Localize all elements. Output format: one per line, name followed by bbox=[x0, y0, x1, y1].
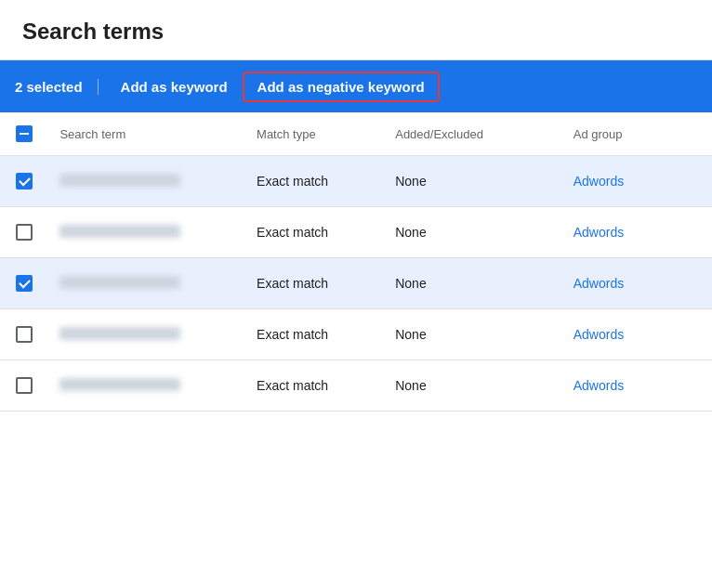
row-checkbox-cell-0 bbox=[0, 156, 48, 207]
ad-group-anchor-3[interactable]: Adwords bbox=[574, 327, 624, 342]
search-term-value-0 bbox=[48, 156, 245, 207]
selected-count: 2 selected bbox=[15, 79, 99, 95]
row-checkbox-3[interactable] bbox=[16, 326, 33, 343]
table-container: Search term Match type Added/Excluded Ad… bbox=[0, 112, 712, 412]
match-type-value-2: Exact match bbox=[245, 258, 384, 309]
header-select-all-checkbox[interactable] bbox=[16, 125, 33, 142]
add-negative-keyword-button[interactable]: Add as negative keyword bbox=[243, 72, 440, 102]
added-excluded-value-3: None bbox=[384, 309, 562, 360]
column-header-match-type: Match type bbox=[245, 112, 384, 156]
match-type-value-0: Exact match bbox=[245, 156, 384, 207]
added-excluded-value-1: None bbox=[384, 207, 562, 258]
table-row: Exact matchNoneAdwords bbox=[0, 309, 712, 360]
ad-group-anchor-1[interactable]: Adwords bbox=[574, 225, 624, 240]
row-checkbox-cell-2 bbox=[0, 258, 48, 309]
column-header-ad-group: Ad group bbox=[562, 112, 712, 156]
search-term-value-2 bbox=[48, 258, 245, 309]
search-term-value-1 bbox=[48, 207, 245, 258]
match-type-value-4: Exact match bbox=[245, 360, 384, 412]
ad-group-link-4[interactable]: Adwords bbox=[562, 360, 712, 412]
header-checkbox-cell bbox=[0, 112, 48, 156]
match-type-value-3: Exact match bbox=[245, 309, 384, 360]
table-row: Exact matchNoneAdwords bbox=[0, 258, 712, 309]
ad-group-link-1[interactable]: Adwords bbox=[562, 207, 712, 258]
action-bar: 2 selected Add as keyword Add as negativ… bbox=[0, 60, 712, 112]
search-term-value-4 bbox=[48, 360, 245, 412]
table-row: Exact matchNoneAdwords bbox=[0, 360, 712, 412]
row-checkbox-4[interactable] bbox=[16, 377, 33, 394]
table-header-row: Search term Match type Added/Excluded Ad… bbox=[0, 112, 712, 156]
table-row: Exact matchNoneAdwords bbox=[0, 207, 712, 258]
search-terms-table: Search term Match type Added/Excluded Ad… bbox=[0, 112, 712, 412]
row-checkbox-cell-3 bbox=[0, 309, 48, 360]
search-term-value-3 bbox=[48, 309, 245, 360]
table-row: Exact matchNoneAdwords bbox=[0, 156, 712, 207]
column-header-added-excluded: Added/Excluded bbox=[384, 112, 562, 156]
row-checkbox-1[interactable] bbox=[16, 224, 33, 241]
ad-group-anchor-4[interactable]: Adwords bbox=[574, 378, 624, 393]
row-checkbox-0[interactable] bbox=[16, 173, 33, 189]
ad-group-link-3[interactable]: Adwords bbox=[562, 309, 712, 360]
ad-group-anchor-2[interactable]: Adwords bbox=[574, 276, 624, 291]
added-excluded-value-2: None bbox=[384, 258, 562, 309]
row-checkbox-2[interactable] bbox=[16, 275, 33, 292]
added-excluded-value-4: None bbox=[384, 360, 562, 412]
page-title: Search terms bbox=[0, 0, 712, 60]
row-checkbox-cell-1 bbox=[0, 207, 48, 258]
column-header-search-term: Search term bbox=[48, 112, 245, 156]
ad-group-anchor-0[interactable]: Adwords bbox=[574, 174, 624, 189]
ad-group-link-2[interactable]: Adwords bbox=[562, 258, 712, 309]
add-keyword-button[interactable]: Add as keyword bbox=[106, 72, 243, 102]
ad-group-link-0[interactable]: Adwords bbox=[562, 156, 712, 207]
match-type-value-1: Exact match bbox=[245, 207, 384, 258]
added-excluded-value-0: None bbox=[384, 156, 562, 207]
row-checkbox-cell-4 bbox=[0, 360, 48, 412]
